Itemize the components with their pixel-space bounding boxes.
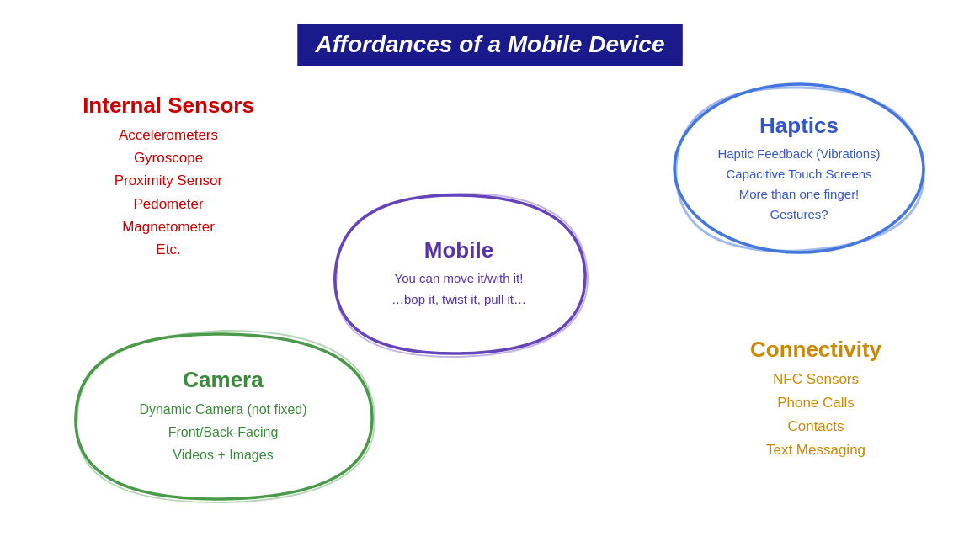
list-item: Front/Back-Facing: [168, 421, 279, 443]
list-item: Etc.: [51, 238, 286, 261]
list-item: Magnetometer: [51, 215, 286, 238]
connectivity-section: Connectivity NFC Sensors Phone Calls Con…: [706, 337, 925, 462]
connectivity-heading: Connectivity: [706, 337, 925, 363]
internal-sensors-heading: Internal Sensors: [51, 93, 286, 119]
list-item: Videos + Images: [173, 443, 273, 466]
list-item: More than one finger!: [739, 184, 860, 204]
page-title: Affordances of a Mobile Device: [316, 31, 665, 57]
camera-section: Camera Dynamic Camera (not fixed) Front/…: [59, 324, 387, 509]
list-item: Pedometer: [51, 193, 286, 215]
list-item: Contacts: [706, 415, 925, 438]
list-item: Capacitive Touch Screens: [726, 164, 871, 184]
list-item: Gyroscope: [51, 146, 286, 169]
camera-heading: Camera: [183, 367, 263, 393]
list-item: Dynamic Camera (not fixed): [139, 398, 306, 421]
list-item: Accelerometers: [51, 124, 286, 146]
list-item: …bop it, twist it, pull it…: [391, 289, 526, 311]
haptics-heading: Haptics: [759, 113, 839, 139]
title-box: Affordances of a Mobile Device: [298, 24, 683, 66]
list-item: Gestures?: [770, 204, 828, 225]
internal-sensors-section: Internal Sensors Accelerometers Gyroscop…: [51, 93, 286, 261]
mobile-heading: Mobile: [424, 237, 493, 263]
haptics-section: Haptics Haptic Feedback (Vibrations) Cap…: [664, 76, 934, 261]
list-item: Proximity Sensor: [51, 169, 286, 192]
list-item: NFC Sensors: [706, 368, 925, 391]
list-item: Text Messaging: [706, 438, 925, 462]
list-item: Haptic Feedback (Vibrations): [717, 144, 880, 164]
list-item: Phone Calls: [706, 391, 925, 415]
list-item: You can move it/with it!: [395, 268, 524, 289]
